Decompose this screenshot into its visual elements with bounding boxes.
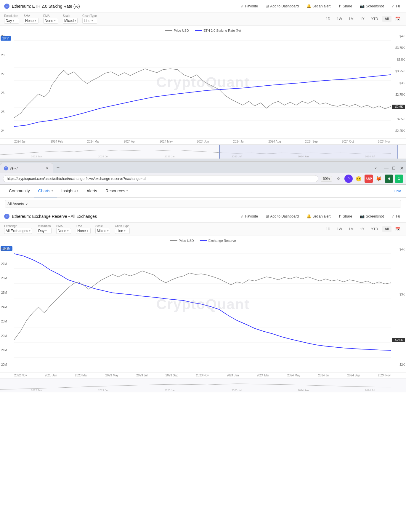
favorite-button[interactable]: ☆ Favorite bbox=[239, 3, 260, 9]
chart-type-select[interactable]: Line ▾ bbox=[82, 18, 97, 24]
bottom-favorite-button[interactable]: ☆ Favorite bbox=[239, 213, 260, 220]
bottom-chart-type-control: Chart Type Line ▾ bbox=[115, 224, 130, 234]
nav-add-button[interactable]: + Ne bbox=[393, 189, 401, 193]
time-1w[interactable]: 1W bbox=[334, 16, 344, 22]
top-controls-bar: Resolution Day ▾ SMA None ▾ EMA None ▾ bbox=[0, 12, 406, 26]
legend-price: Price USD bbox=[165, 29, 189, 32]
resolution-select[interactable]: Day ▾ bbox=[4, 18, 19, 24]
bottom-scale-select[interactable]: Mixed ▾ bbox=[95, 228, 110, 234]
bottom-alert-button[interactable]: 🔔 Set an alert bbox=[305, 213, 332, 220]
time-1m[interactable]: 1M bbox=[346, 16, 356, 22]
ema-select[interactable]: None ▾ bbox=[43, 18, 58, 24]
exchange-select[interactable]: All Exchanges ▾ bbox=[4, 228, 32, 234]
bottom-mini-navigator[interactable]: 2022 Jan 2022 Jul 2023 Jan 2023 Jul 2024… bbox=[0, 378, 406, 392]
bottom-share-button[interactable]: ⬆ Share bbox=[336, 213, 354, 220]
bottom-scale-control: Scale Mixed ▾ bbox=[95, 224, 110, 234]
bottom-screenshot-button[interactable]: 📷 Screenshot bbox=[358, 213, 386, 220]
bottom-fullscreen-button[interactable]: ⤢ Fu bbox=[390, 213, 402, 220]
fox-icon[interactable]: 🦊 bbox=[375, 175, 383, 183]
bottom-dashboard-icon: ⊞ bbox=[266, 214, 269, 218]
panel-divider bbox=[0, 159, 406, 161]
bottom-controls-bar: Exchange All Exchanges ▾ Resolution Day … bbox=[0, 223, 406, 236]
add-dashboard-button[interactable]: ⊞ Add to Dashboard bbox=[264, 3, 301, 9]
bottom-time-ytd[interactable]: YTD bbox=[369, 226, 381, 232]
time-all[interactable]: All bbox=[382, 16, 391, 22]
nav-charts[interactable]: Charts ▾ bbox=[34, 185, 57, 197]
zoom-badge[interactable]: 60% bbox=[321, 176, 332, 182]
bottom-legend-reserve-line bbox=[200, 240, 207, 241]
top-chart-title: Ethereum: ETH 2.0 Staking Rate (%) bbox=[12, 4, 80, 9]
nav-resources[interactable]: Resources ▾ bbox=[101, 185, 132, 197]
sma-select[interactable]: None ▾ bbox=[24, 18, 38, 24]
restore-button[interactable]: □ bbox=[391, 165, 397, 171]
bottom-chart-title: Ethereum: Exchange Reserve - All Exchang… bbox=[12, 214, 97, 219]
bottom-time-1w[interactable]: 1W bbox=[334, 226, 344, 232]
nav-insights[interactable]: Insights ▾ bbox=[57, 185, 82, 197]
bottom-time-1m[interactable]: 1M bbox=[346, 226, 356, 232]
bottom-calendar-button[interactable]: 📅 bbox=[393, 226, 402, 232]
star-icon: ☆ bbox=[240, 4, 244, 8]
bottom-star-icon: ☆ bbox=[240, 214, 244, 218]
pocket-icon[interactable]: P bbox=[344, 175, 353, 183]
bottom-sma-select[interactable]: None ▾ bbox=[56, 228, 71, 234]
address-bar-row: https://cryptoquant.com/asset/eth/chart/… bbox=[0, 173, 406, 185]
new-tab-button[interactable]: + bbox=[53, 163, 63, 173]
scale-select[interactable]: Mixed ▾ bbox=[63, 18, 78, 24]
bottom-x-axis: 2022 Nov 2023 Jan 2023 Mar 2023 May 2023… bbox=[0, 372, 406, 378]
bottom-dashboard-button[interactable]: ⊞ Add to Dashboard bbox=[264, 213, 301, 220]
bottom-legend-price: Price USD bbox=[170, 239, 194, 242]
bookmark-star-icon[interactable]: ☆ bbox=[334, 175, 343, 183]
eth-icon: Ξ bbox=[4, 4, 9, 9]
resolution-control: Resolution Day ▾ bbox=[4, 14, 19, 24]
share-icon: ⬆ bbox=[338, 4, 341, 8]
adblock-icon[interactable]: ABP bbox=[365, 175, 373, 183]
bottom-time-1d[interactable]: 1D bbox=[323, 226, 333, 232]
top-x-axis: 2024 Jan 2024 Feb 2024 Mar 2024 Apr 2024… bbox=[0, 138, 406, 144]
nav-community[interactable]: Community bbox=[5, 185, 34, 197]
tab-label: ve - / bbox=[10, 166, 18, 170]
minimize-button[interactable]: — bbox=[383, 165, 389, 171]
top-chart-panel: Ξ Ethereum: ETH 2.0 Staking Rate (%) ☆ F… bbox=[0, 0, 406, 159]
legend-staking-line bbox=[195, 30, 202, 31]
bottom-scale-chevron: ▾ bbox=[107, 229, 109, 232]
screenshot-button[interactable]: 📷 Screenshot bbox=[358, 3, 386, 9]
bottom-chart-panel: Ξ Ethereum: Exchange Reserve - All Excha… bbox=[0, 210, 406, 392]
share-button[interactable]: ⬆ Share bbox=[336, 3, 354, 9]
scale-chevron: ▾ bbox=[75, 19, 76, 22]
active-tab[interactable]: Ξ ve - / ✕ bbox=[0, 163, 53, 173]
fullscreen-button[interactable]: ⤢ Fu bbox=[390, 3, 402, 9]
bottom-resolution-select[interactable]: Day ▾ bbox=[37, 228, 52, 234]
time-1y[interactable]: 1Y bbox=[358, 16, 367, 22]
bottom-resolution-chevron: ▾ bbox=[45, 229, 47, 232]
exchange-chevron: ▾ bbox=[29, 229, 31, 232]
bottom-time-1y[interactable]: 1Y bbox=[358, 226, 367, 232]
time-ytd[interactable]: YTD bbox=[369, 16, 381, 22]
top-mini-navigator[interactable]: 2022 Jan 2022 Jul 2023 Jan 2023 Jul 2024… bbox=[0, 144, 406, 159]
close-button[interactable]: ✕ bbox=[398, 165, 405, 171]
nav-alerts[interactable]: Alerts bbox=[82, 185, 101, 197]
time-1d[interactable]: 1D bbox=[323, 16, 333, 22]
bottom-resolution-control: Resolution Day ▾ bbox=[37, 224, 52, 234]
tab-more-button[interactable]: ∨ bbox=[372, 163, 379, 173]
all-assets-button[interactable]: All Assets ∨ bbox=[5, 200, 401, 207]
address-bar[interactable]: https://cryptoquant.com/asset/eth/chart/… bbox=[3, 175, 318, 182]
insights-chevron: ▾ bbox=[77, 189, 78, 192]
bottom-ema-select[interactable]: None ▾ bbox=[76, 228, 91, 234]
account-icon[interactable]: 🙂 bbox=[354, 175, 363, 183]
grammarly-icon[interactable]: G bbox=[395, 175, 403, 183]
expand-icon: ⤢ bbox=[391, 4, 395, 8]
bottom-sma-chevron: ▾ bbox=[67, 229, 69, 232]
bottom-bell-icon: 🔔 bbox=[306, 214, 311, 218]
calendar-button[interactable]: 📅 bbox=[393, 16, 402, 22]
bottom-chart-area: Price USD Exchange Reserve 19.2M 28M 27M… bbox=[0, 236, 406, 372]
browser-toolbar-icons: ☆ P 🙂 ABP 🦊 H G bbox=[334, 175, 403, 183]
bottom-time-all[interactable]: All bbox=[382, 226, 391, 232]
site-nav: Community Charts ▾ Insights ▾ Alerts Res… bbox=[0, 185, 406, 198]
top-chart-header: Ξ Ethereum: ETH 2.0 Staking Rate (%) ☆ F… bbox=[0, 0, 406, 12]
h-icon[interactable]: H bbox=[385, 175, 393, 183]
asset-chevron: ∨ bbox=[25, 202, 28, 206]
set-alert-button[interactable]: 🔔 Set an alert bbox=[305, 3, 332, 9]
bottom-chart-type-select[interactable]: Line ▾ bbox=[115, 228, 130, 234]
mini-x-axis: 2022 Jan 2022 Jul 2023 Jan 2023 Jul 2024… bbox=[0, 155, 406, 158]
tab-close-button[interactable]: ✕ bbox=[45, 166, 49, 171]
